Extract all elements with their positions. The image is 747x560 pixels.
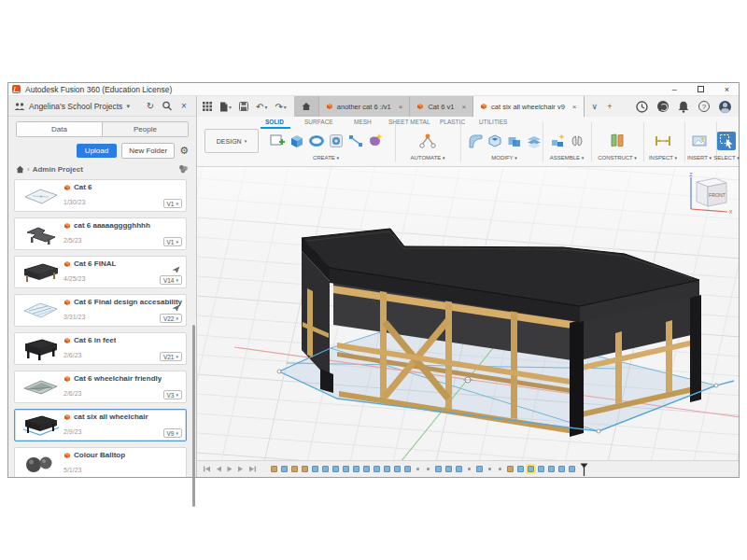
create-sketch-icon[interactable]	[269, 133, 286, 149]
minimize-button[interactable]: –	[672, 85, 677, 94]
construction-plane-icon[interactable]	[608, 133, 627, 149]
version-badge[interactable]: V1▾	[163, 199, 182, 208]
ribbon-tab-mesh[interactable]: MESH	[354, 119, 372, 125]
version-badge[interactable]: V14▾	[160, 275, 182, 285]
project-selector[interactable]: Angelina's School Projects	[29, 102, 122, 111]
version-badge[interactable]: V21▾	[160, 352, 182, 361]
data-panel-scrollbar[interactable]	[192, 325, 195, 507]
close-window-button[interactable]: ×	[725, 85, 729, 94]
assemble-dropdown[interactable]: ASSEMBLE ▾	[550, 155, 585, 161]
gear-icon[interactable]: ⚙	[179, 145, 189, 157]
timeline-feature-icon[interactable]	[538, 466, 544, 472]
help-icon[interactable]: ?	[698, 101, 710, 112]
timeline-feature-icon[interactable]	[384, 466, 390, 472]
viewport-3d[interactable]: Z X FRONT	[197, 167, 739, 460]
timeline-feature-icon[interactable]	[353, 466, 359, 472]
timeline-feature-icon[interactable]	[499, 468, 501, 470]
close-tab-icon[interactable]: ×	[572, 103, 577, 111]
new-component-icon[interactable]	[550, 133, 567, 149]
document-tab[interactable]: Cat 6 v1×	[410, 96, 473, 117]
version-badge[interactable]: V9▾	[163, 428, 182, 438]
select-dropdown[interactable]: SELECT ▾	[713, 155, 739, 161]
job-status-icon[interactable]	[636, 101, 648, 113]
modify-dropdown[interactable]: MODIFY ▾	[491, 155, 516, 161]
extensions-icon[interactable]	[657, 101, 669, 112]
document-tab[interactable]: cat six all wheelchair v9×	[473, 96, 584, 117]
version-badge[interactable]: V3▾	[163, 390, 182, 399]
timeline-feature-icon[interactable]	[291, 466, 298, 472]
extrude-icon[interactable]	[289, 133, 305, 149]
timeline-feature-icon[interactable]	[271, 466, 277, 472]
file-list-item[interactable]: cat 6 aaaaagggghhhh2/5/23V1▾	[14, 217, 187, 250]
timeline-feature-icon[interactable]	[404, 466, 411, 472]
breadcrumb-root[interactable]: Admin Project	[33, 165, 83, 174]
maximize-button[interactable]	[698, 86, 704, 92]
ribbon-tab-utilities[interactable]: UTILITIES	[479, 119, 507, 125]
view-options-icon[interactable]	[178, 164, 189, 174]
offset-plane-icon[interactable]	[526, 133, 543, 149]
ribbon-tab-plastic[interactable]: PLASTIC	[440, 119, 465, 125]
timeline-feature-icon[interactable]	[528, 466, 534, 472]
file-menu-icon[interactable]: ▾	[219, 102, 232, 112]
timeline-feature-icon[interactable]	[343, 466, 349, 472]
timeline-feature-icon[interactable]	[548, 466, 555, 472]
revolve-icon[interactable]	[308, 133, 325, 149]
create-dropdown[interactable]: CREATE ▾	[313, 155, 339, 161]
insert-canvas-icon[interactable]	[691, 133, 708, 149]
timeline-feature-icon[interactable]	[445, 466, 452, 472]
chevron-down-icon[interactable]: ▾	[126, 103, 130, 110]
file-list-item[interactable]: cat six all wheelchair2/9/23V9▾	[14, 409, 187, 441]
file-list-item[interactable]: Cat 6 Final design accesability3/31/23V2…	[14, 294, 187, 327]
document-tab[interactable]: another cat 6 :/v1×	[319, 96, 411, 117]
ribbon-tab-surface[interactable]: SURFACE	[304, 119, 333, 125]
timeline-playback-controls[interactable]	[203, 465, 257, 473]
file-list-item[interactable]: Cat 61/30/23V1▾	[14, 179, 187, 212]
shell-icon[interactable]	[486, 133, 503, 149]
refresh-icon[interactable]: ↻	[144, 101, 157, 111]
measure-icon[interactable]	[654, 133, 672, 149]
timeline-feature-icon[interactable]	[488, 468, 491, 470]
home-icon[interactable]	[16, 165, 24, 174]
data-panel-toggle-icon[interactable]	[203, 102, 212, 111]
timeline-feature-icon[interactable]	[416, 468, 419, 470]
construct-dropdown[interactable]: CONSTRUCT ▾	[598, 155, 637, 161]
timeline-feature-icon[interactable]	[394, 466, 401, 472]
sketch-dimension-icon[interactable]	[347, 133, 364, 149]
joint-icon[interactable]	[570, 133, 585, 149]
notification-bell-icon[interactable]	[678, 101, 689, 113]
save-icon[interactable]	[239, 102, 248, 111]
ribbon-tab-solid[interactable]: SOLID	[265, 119, 284, 125]
combine-icon[interactable]	[506, 133, 523, 149]
timeline-feature-icon[interactable]	[332, 466, 339, 472]
new-tab-button[interactable]: +	[607, 102, 612, 111]
timeline-feature-icon[interactable]	[427, 468, 430, 470]
view-cube[interactable]: Z X FRONT	[684, 171, 733, 216]
version-badge[interactable]: V22▾	[160, 314, 182, 323]
select-tool-icon[interactable]	[717, 132, 736, 150]
close-panel-icon[interactable]: ×	[177, 101, 190, 111]
inspect-dropdown[interactable]: INSPECT ▾	[649, 155, 677, 161]
timeline-feature-icon[interactable]	[456, 466, 462, 472]
profile-avatar[interactable]	[719, 101, 731, 113]
timeline-feature-icon[interactable]	[312, 466, 318, 472]
timeline-feature-icon[interactable]	[517, 466, 524, 472]
close-tab-icon[interactable]: ×	[399, 103, 403, 111]
timeline-feature-icon[interactable]	[363, 466, 370, 472]
version-badge[interactable]: V1▾	[163, 237, 182, 246]
search-icon[interactable]	[161, 101, 174, 111]
file-list-item[interactable]: Cat 6 FINAL4/25/23V14▾	[14, 256, 187, 288]
redo-icon[interactable]: ↷▾	[275, 102, 286, 112]
hole-icon[interactable]	[328, 133, 345, 149]
file-list-item[interactable]: Cat 6 wheelchair friendly2/6/23V3▾	[14, 371, 187, 403]
timeline-feature-icon[interactable]	[468, 468, 471, 470]
close-tab-icon[interactable]: ×	[461, 103, 466, 111]
insert-dropdown[interactable]: INSERT ▾	[687, 155, 712, 161]
timeline-feature-icon[interactable]	[507, 466, 514, 472]
automate-dropdown[interactable]: AUTOMATE ▾	[411, 155, 445, 161]
timeline-feature-icon[interactable]	[435, 466, 442, 472]
fillet-icon[interactable]	[467, 133, 484, 149]
timeline-marker[interactable]	[580, 463, 588, 476]
configure-icon[interactable]	[418, 133, 437, 149]
upload-button[interactable]: Upload	[77, 144, 117, 158]
tab-people[interactable]: People	[102, 122, 188, 136]
